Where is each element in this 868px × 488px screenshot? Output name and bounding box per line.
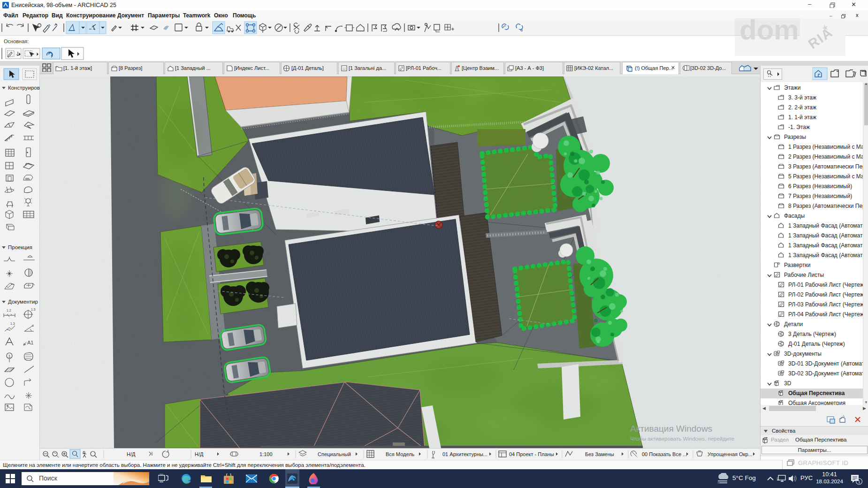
svg-text:1.3: 1.3 bbox=[10, 322, 15, 325]
svg-text:1.5: 1.5 bbox=[31, 308, 36, 311]
svg-text:1: 1 bbox=[858, 480, 860, 484]
svg-text:1.2: 1.2 bbox=[7, 309, 11, 312]
svg-text:1: 1 bbox=[8, 354, 11, 358]
svg-text:α: α bbox=[32, 324, 34, 327]
svg-text:A1: A1 bbox=[27, 340, 33, 345]
